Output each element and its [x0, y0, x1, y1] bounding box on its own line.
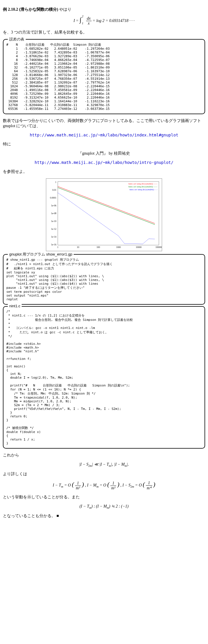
svg-text:10: 10: [77, 246, 79, 249]
fb: m⁴: [146, 486, 152, 491]
paragraph: より詳しくは: [3, 471, 205, 477]
paragraph: を参照せよ。: [3, 169, 205, 174]
svg-text:1000: 1000: [116, 246, 121, 249]
svg-text:100000: 100000: [155, 246, 162, 249]
eq-left: I =: [73, 18, 79, 23]
lparen: (: [72, 481, 74, 488]
sub: m: [125, 464, 127, 467]
rparen: ): [153, 481, 155, 488]
t: |I − S: [79, 462, 88, 467]
sub: 2m: [131, 485, 134, 488]
integral-sign: ∫ 2 1: [80, 16, 83, 23]
equation: (I − Tm) : (I − Mm) ≒ 2 : (−1): [3, 504, 205, 509]
gnuplot-code: # show_nint1.gp --- gnuplot 用プログラム # ./n…: [6, 258, 202, 301]
t: | ≪ |I − T: [92, 462, 109, 467]
paragraph: となっていることも分かる。 ■: [3, 513, 205, 519]
fraction: 1 m⁴: [146, 481, 152, 491]
box-title: nint1.c: [8, 304, 22, 308]
t: ) ≒ 2 : (−1): [109, 504, 129, 508]
error-chart: 1 0.01 0.0001 1e-06 1e-08 1e-10 1e-12 1e…: [46, 178, 162, 251]
t: |, |I − M: [111, 462, 125, 467]
t: = O: [63, 483, 71, 487]
sub: 2m: [88, 464, 92, 467]
t: , I − S: [120, 483, 131, 487]
t: , I − M: [85, 483, 96, 487]
svg-text:100: 100: [96, 246, 100, 249]
paragraph: 例 2.10.2 (滑らかな関数の積分) やはり: [3, 7, 205, 12]
int-low: 1: [82, 22, 83, 25]
paragraph: 特に: [3, 142, 205, 147]
sub: m: [61, 485, 63, 488]
ft: 1: [75, 481, 81, 486]
paragraph: これから: [3, 453, 205, 458]
lparen: (: [107, 481, 109, 488]
t: ) : (I − M: [91, 504, 107, 508]
fraction: 1 m²: [110, 481, 116, 491]
svg-text:1: 1: [55, 181, 56, 184]
c-code-box: nint1.c /* * nint1.c --- 1/x の [1,2] におけ…: [3, 306, 205, 449]
equation: |I − S2m| ≪ |I − Tm|, |I − Mm|.: [3, 462, 205, 467]
fraction: 1 m²: [75, 481, 81, 491]
svg-text:1e-14: 1e-14: [51, 236, 56, 238]
sub: m: [109, 464, 111, 467]
sub: m: [107, 506, 109, 509]
c-code: /* * nint1.c --- 1/x の [1,2] における定積分を * …: [6, 310, 202, 445]
qed-icon: ■: [57, 514, 59, 518]
svg-text:1e-12: 1e-12: [51, 228, 56, 230]
int-up: 2: [82, 15, 83, 18]
svg-text:0.01: 0.01: [52, 189, 56, 191]
svg-text:1e-16: 1e-16: [51, 243, 56, 246]
link-para: http://www.math.meiji.ac.jp/~mk/labo/how…: [3, 133, 205, 138]
box-title: 誤差の表: [8, 37, 26, 42]
t: I − T: [53, 483, 61, 487]
svg-rect-0: [58, 182, 159, 245]
t: = O: [134, 483, 142, 487]
example-label: 例 2.10.2 (滑らかな関数の積分): [3, 7, 58, 12]
error-table: # N 台形則の誤差 中点則の誤差 Simpson 則の誤差 1 -5.6852…: [6, 42, 202, 111]
equation: I − Tm = O ( 1 m² ) , I − Mm = O ( 1 m² …: [3, 481, 205, 491]
paragraph: という挙動を示していることが分る。また: [3, 495, 205, 500]
rparen: ): [82, 481, 84, 488]
sub: m: [89, 506, 91, 509]
fraction: dx x: [86, 16, 92, 26]
box-title: gnuplot 用プログラム show_error1.gp: [8, 252, 74, 257]
paragraph: 数表では今一つ分かりにくいでの、両側対数グラフにプロットしてみる。ここで用いてい…: [3, 118, 205, 129]
ft: 1: [146, 481, 152, 486]
t: = O: [99, 483, 106, 487]
eq-right: = log 2 = 0.69314718 · · ·: [92, 18, 134, 23]
rparen: ): [117, 481, 119, 488]
svg-text:1: 1: [57, 246, 58, 249]
svg-text:'nint1.out' using ($1):(abs($2: 'nint1.out' using ($1):(abs($2)) ——: [128, 183, 158, 185]
svg-text:'nint1.out' using ($1):(abs($4: 'nint1.out' using ($1):(abs($4)) - - -: [129, 188, 157, 191]
t: となっていることも分かる。: [3, 514, 55, 518]
svg-text:1e-06: 1e-06: [51, 204, 56, 207]
frac-top: dx: [86, 16, 92, 21]
ft: 1: [110, 481, 116, 486]
howto-link[interactable]: http://www.math.meiji.ac.jp/~mk/labo/how…: [30, 133, 178, 137]
lparen: (: [143, 481, 145, 488]
text: やはり: [59, 7, 71, 12]
svg-text:10000: 10000: [136, 246, 142, 249]
int: ∫: [80, 16, 81, 23]
gnuplot-box: gnuplot 用プログラム show_error1.gp # show_nin…: [3, 254, 205, 305]
svg-text:0.0001: 0.0001: [50, 197, 56, 199]
frac-bot: x: [86, 21, 92, 26]
intro-gnuplot-link[interactable]: http://www.math.meiji.ac.jp/~mk/labo/how…: [35, 160, 173, 165]
svg-text:1e-08: 1e-08: [51, 212, 56, 215]
equation: I = ∫ 2 1 dx x = log 2 = 0.69314718 · · …: [3, 16, 205, 26]
svg-text:'nint1.out' using ($1):(abs($3: 'nint1.out' using ($1):(abs($3)) ——: [128, 186, 158, 188]
paragraph: を、3 つの方法で計算して、結果を比較する。: [3, 30, 205, 35]
fb: m²: [110, 486, 116, 491]
link-para: http://www.math.meiji.ac.jp/~mk/labo/how…: [3, 160, 205, 165]
t: (I − T: [79, 504, 89, 508]
error-table-box: 誤差の表 # N 台形則の誤差 中点則の誤差 Simpson 則の誤差 1 -5…: [3, 39, 205, 114]
svg-text:1e-10: 1e-10: [51, 220, 56, 223]
fb: m²: [75, 486, 81, 491]
book-title: 『gnuplot 入門』 by 桂田祐史: [3, 151, 205, 156]
t: |.: [127, 462, 129, 467]
